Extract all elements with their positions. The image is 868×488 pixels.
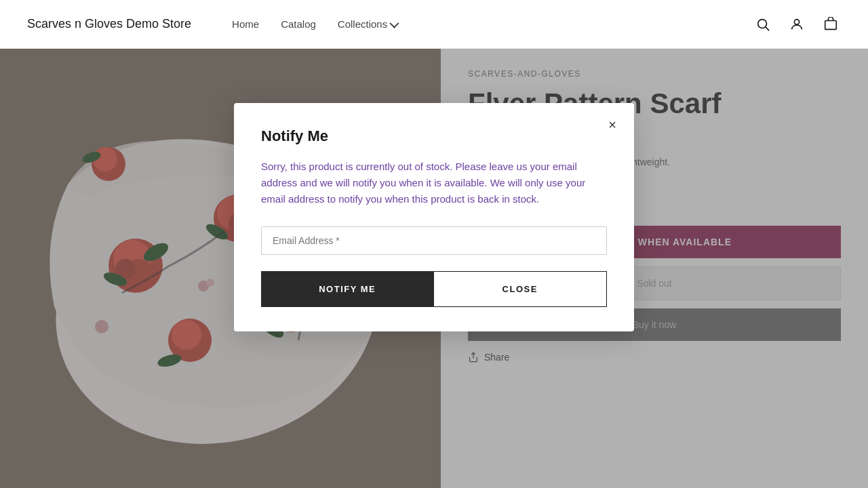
nav-catalog[interactable]: Catalog	[281, 18, 316, 30]
svg-point-2	[794, 19, 799, 24]
svg-point-0	[758, 19, 767, 28]
header-icons	[753, 14, 841, 35]
chevron-down-icon	[390, 18, 399, 28]
modal-close-button[interactable]: CLOSE	[434, 271, 608, 307]
modal-body-text: Sorry, this product is currently out of …	[261, 159, 607, 207]
nav-home[interactable]: Home	[232, 18, 259, 30]
modal-title: Notify Me	[261, 127, 607, 145]
svg-rect-3	[825, 20, 837, 29]
cart-button[interactable]	[821, 14, 841, 35]
modal-x-close-button[interactable]: ×	[601, 114, 623, 136]
page-content: SCARVES-AND-GLOVES Flver Pattern Scarf A…	[0, 49, 868, 488]
modal-body-purple: Sorry, this product is currently out of …	[261, 161, 452, 172]
cart-icon	[823, 17, 838, 32]
header: Scarves n Gloves Demo Store Home Catalog…	[0, 0, 868, 49]
account-icon	[789, 17, 804, 32]
modal-notify-button[interactable]: NOTIFY ME	[261, 271, 434, 307]
notify-modal: × Notify Me Sorry, this product is curre…	[234, 103, 634, 331]
modal-overlay[interactable]: × Notify Me Sorry, this product is curre…	[0, 49, 868, 488]
account-button[interactable]	[787, 14, 807, 35]
search-icon	[755, 17, 770, 32]
search-button[interactable]	[753, 14, 773, 35]
nav-collections[interactable]: Collections	[338, 18, 397, 30]
modal-buttons: NOTIFY ME CLOSE	[261, 271, 607, 307]
email-input[interactable]	[261, 226, 607, 255]
store-logo: Scarves n Gloves Demo Store	[27, 17, 191, 31]
main-nav: Home Catalog Collections	[232, 18, 397, 30]
nav-collections-label: Collections	[338, 18, 387, 30]
svg-line-1	[766, 27, 769, 30]
